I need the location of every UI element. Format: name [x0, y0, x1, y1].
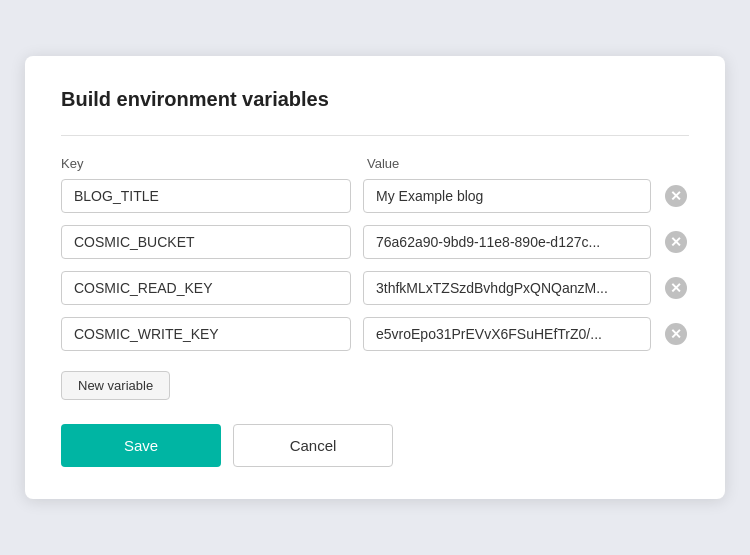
key-input-1[interactable]	[61, 225, 351, 259]
save-button[interactable]: Save	[61, 424, 221, 467]
modal-title: Build environment variables	[61, 88, 689, 111]
key-input-3[interactable]	[61, 317, 351, 351]
value-column-label: Value	[367, 156, 689, 171]
build-env-modal: Build environment variables Key Value ✕ …	[25, 56, 725, 499]
remove-button-3[interactable]: ✕	[663, 321, 689, 347]
env-row: ✕	[61, 317, 689, 351]
remove-button-2[interactable]: ✕	[663, 275, 689, 301]
value-input-3[interactable]	[363, 317, 651, 351]
env-rows: ✕ ✕ ✕ ✕	[61, 179, 689, 351]
value-input-1[interactable]	[363, 225, 651, 259]
close-icon: ✕	[665, 277, 687, 299]
value-input-0[interactable]	[363, 179, 651, 213]
key-column-label: Key	[61, 156, 351, 171]
new-variable-button[interactable]: New variable	[61, 371, 170, 400]
close-icon: ✕	[665, 185, 687, 207]
action-buttons: Save Cancel	[61, 424, 689, 467]
env-row: ✕	[61, 225, 689, 259]
close-icon: ✕	[665, 323, 687, 345]
close-icon: ✕	[665, 231, 687, 253]
key-input-0[interactable]	[61, 179, 351, 213]
env-row: ✕	[61, 271, 689, 305]
env-row: ✕	[61, 179, 689, 213]
cancel-button[interactable]: Cancel	[233, 424, 393, 467]
key-input-2[interactable]	[61, 271, 351, 305]
divider	[61, 135, 689, 136]
column-labels: Key Value	[61, 156, 689, 171]
remove-button-0[interactable]: ✕	[663, 183, 689, 209]
value-input-2[interactable]	[363, 271, 651, 305]
remove-button-1[interactable]: ✕	[663, 229, 689, 255]
